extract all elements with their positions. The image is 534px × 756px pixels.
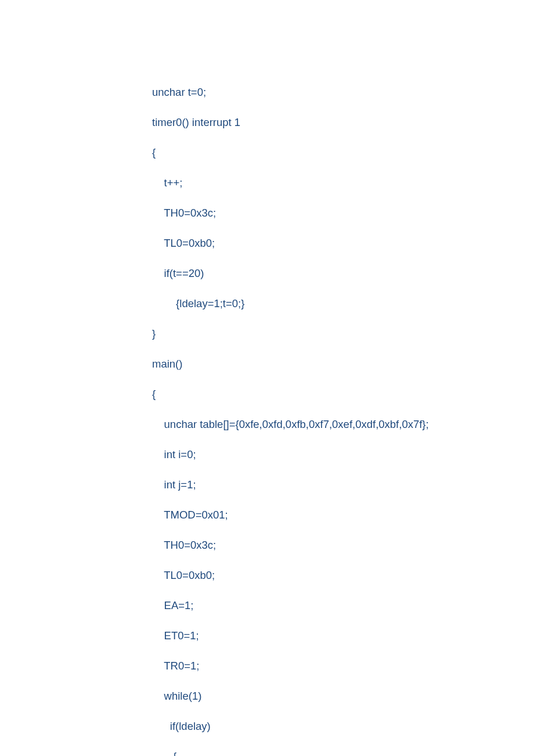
document-page: unchar t=0; timer0() interrupt 1 { t++; … xyxy=(0,0,534,756)
code-line: if(t==20) xyxy=(152,266,460,281)
code-line: TR0=1; xyxy=(152,658,460,674)
code-line: unchar t=0; xyxy=(152,85,460,100)
code-block: unchar t=0; timer0() interrupt 1 { t++; … xyxy=(152,70,460,756)
code-line: int j=1; xyxy=(152,477,460,492)
code-line: TH0=0x3c; xyxy=(152,538,460,553)
code-line: TH0=0x3c; xyxy=(152,206,460,221)
code-line: TMOD=0x01; xyxy=(152,507,460,523)
code-line: int i=0; xyxy=(152,447,460,462)
code-line: EA=1; xyxy=(152,598,460,613)
code-line: {ldelay=1;t=0;} xyxy=(152,296,460,311)
code-line: main() xyxy=(152,357,460,372)
code-line: timer0() interrupt 1 xyxy=(152,115,460,130)
code-line: { xyxy=(152,749,460,756)
code-line: while(1) xyxy=(152,689,460,704)
code-line: } xyxy=(152,326,460,341)
code-line: TL0=0xb0; xyxy=(152,236,460,251)
code-line: { xyxy=(152,145,460,160)
code-line: if(ldelay) xyxy=(152,719,460,734)
code-line: unchar table[]={0xfe,0xfd,0xfb,0xf7,0xef… xyxy=(152,417,460,432)
code-line: ET0=1; xyxy=(152,628,460,643)
code-line: { xyxy=(152,387,460,402)
code-line: TL0=0xb0; xyxy=(152,568,460,583)
code-line: t++; xyxy=(152,175,460,190)
